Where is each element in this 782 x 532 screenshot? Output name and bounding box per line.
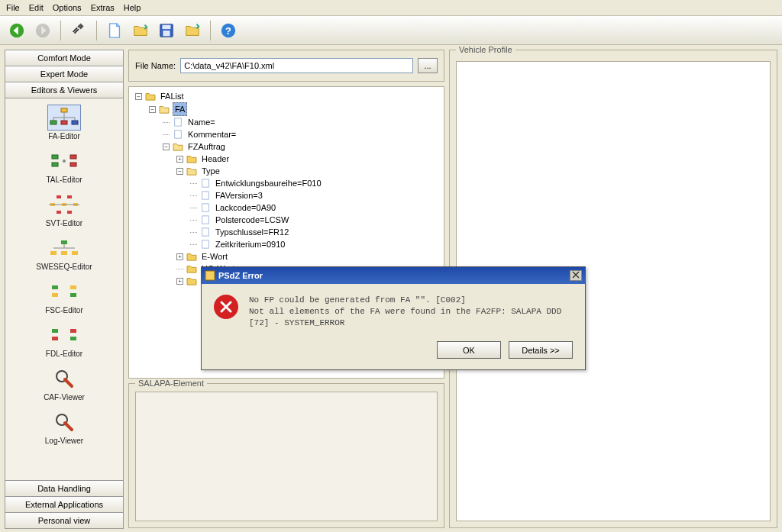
- svg-rect-40: [52, 329, 58, 333]
- floppy-icon: [158, 22, 175, 39]
- help-button[interactable]: ?: [218, 20, 239, 41]
- file-name-group: File Name: ...: [128, 50, 444, 82]
- error-icon: [214, 295, 238, 319]
- menu-help[interactable]: Help: [124, 3, 141, 12]
- sidebar-btn-personal-view[interactable]: Personal view: [5, 512, 124, 529]
- fdl-editor-icon: [49, 326, 79, 344]
- sidebar-btn-expert[interactable]: Expert Mode: [5, 66, 124, 82]
- svg-rect-2: [78, 23, 84, 29]
- toolbar-separator: [60, 21, 61, 40]
- save-as-button[interactable]: [182, 20, 203, 41]
- file-name-input[interactable]: [180, 58, 413, 73]
- tool-fsc-editor[interactable]: FSC-Editor: [8, 279, 120, 314]
- page-icon: [200, 191, 211, 200]
- tool-tal-editor[interactable]: TAL-Editor: [8, 148, 120, 184]
- open-button[interactable]: [130, 20, 151, 41]
- tree-node[interactable]: Polstercode=LCSW: [214, 214, 290, 226]
- minus-icon[interactable]: −: [149, 106, 156, 113]
- svg-rect-39: [70, 293, 76, 297]
- magnifier-icon: [53, 368, 75, 389]
- tool-fdl-editor[interactable]: FDL-Editor: [8, 322, 120, 358]
- menu-edit[interactable]: Edit: [29, 3, 44, 12]
- svg-line-47: [65, 423, 72, 430]
- tool-label: SVT-Editor: [46, 219, 82, 227]
- menu-extras[interactable]: Extras: [91, 3, 115, 12]
- connect-button[interactable]: [68, 20, 89, 41]
- plug-icon: [70, 22, 87, 39]
- menu-file[interactable]: File: [6, 3, 20, 12]
- tree-node[interactable]: FZAuftrag: [186, 140, 227, 153]
- toolbar: ?: [0, 16, 782, 45]
- folder-icon: [186, 264, 197, 273]
- tree-node[interactable]: Kommentar=: [186, 128, 238, 140]
- tree-node[interactable]: Type: [200, 165, 221, 177]
- tree-node[interactable]: Typschlussel=FR12: [214, 226, 290, 238]
- tool-label: FA-Editor: [48, 132, 80, 140]
- tool-label: Log-Viewer: [45, 437, 83, 445]
- tree-node[interactable]: FAVersion=3: [214, 189, 264, 202]
- plus-icon[interactable]: +: [176, 278, 183, 285]
- sidebar-btn-editors[interactable]: Editors & Viewers: [5, 82, 124, 98]
- minus-icon[interactable]: −: [135, 93, 142, 100]
- tree-node[interactable]: E-Wort: [200, 250, 229, 263]
- sidebar-btn-data-handling[interactable]: Data Handling: [5, 480, 124, 497]
- save-button[interactable]: [156, 20, 177, 41]
- tool-label: TAL-Editor: [46, 176, 82, 184]
- svg-rect-42: [70, 329, 76, 333]
- back-button[interactable]: [6, 20, 27, 41]
- tree-node[interactable]: FAList: [159, 90, 186, 102]
- svg-rect-33: [72, 251, 78, 255]
- dialog-title-icon: [205, 270, 215, 281]
- dialog-titlebar[interactable]: PSdZ Error: [202, 267, 585, 284]
- plus-icon[interactable]: +: [176, 156, 183, 163]
- menu-options[interactable]: Options: [53, 3, 82, 12]
- tool-sweseq-editor[interactable]: SWESEQ-Editor: [8, 235, 120, 271]
- svg-rect-8: [61, 108, 67, 112]
- minus-icon[interactable]: −: [176, 168, 183, 175]
- dialog-ok-button[interactable]: OK: [437, 341, 501, 359]
- tree-node[interactable]: Header: [200, 153, 231, 165]
- tal-editor-icon: [49, 152, 79, 170]
- salapa-content: [135, 392, 438, 521]
- svg-rect-55: [202, 240, 209, 248]
- svg-rect-43: [70, 337, 76, 340]
- tool-caf-viewer[interactable]: CAF-Viewer: [8, 366, 120, 401]
- svg-rect-23: [67, 195, 72, 198]
- sidebar-btn-comfort[interactable]: Comfort Mode: [5, 50, 124, 66]
- new-button[interactable]: [104, 20, 125, 41]
- svg-rect-20: [70, 163, 76, 166]
- tool-label: CAF-Viewer: [44, 393, 85, 401]
- plus-icon[interactable]: +: [176, 253, 183, 260]
- tree-node-fa[interactable]: FA: [173, 102, 187, 116]
- dialog-message: No FP could be generated from FA "". [C0…: [249, 295, 561, 329]
- dialog-close-button[interactable]: [570, 270, 582, 281]
- browse-button[interactable]: ...: [418, 58, 438, 73]
- minus-icon[interactable]: −: [163, 143, 170, 150]
- folder-open-icon: [186, 166, 197, 176]
- tool-svt-editor[interactable]: SVT-Editor: [8, 192, 120, 227]
- forward-arrow-icon: [34, 22, 51, 39]
- page-icon: [200, 240, 211, 249]
- document-icon: [106, 22, 123, 39]
- tree-node[interactable]: Zeitkriterium=0910: [214, 238, 286, 250]
- sidebar-btn-external-apps[interactable]: External Applications: [5, 496, 124, 513]
- tree-node[interactable]: Entwicklungsbaureihe=F010: [214, 177, 323, 189]
- page-icon: [200, 203, 211, 212]
- magnifier-icon: [53, 411, 75, 433]
- page-icon: [173, 118, 183, 127]
- tree-node[interactable]: Name=: [186, 116, 217, 128]
- svg-rect-11: [50, 121, 57, 124]
- left-panel: Comfort Mode Expert Mode Editors & Viewe…: [0, 45, 128, 532]
- error-dialog: PSdZ Error No FP could be generated from…: [201, 266, 586, 370]
- tool-fa-editor[interactable]: FA-Editor: [8, 105, 120, 140]
- svt-editor-icon: [49, 194, 79, 215]
- dialog-details-button[interactable]: Details >>: [509, 341, 573, 359]
- vehicle-profile-title: Vehicle Profile: [456, 45, 515, 54]
- toolbar-separator: [210, 21, 211, 40]
- svg-rect-53: [202, 216, 209, 224]
- tool-log-viewer[interactable]: Log-Viewer: [8, 409, 120, 445]
- svg-rect-22: [57, 195, 61, 198]
- tree-node[interactable]: Lackcode=0A90: [214, 202, 277, 214]
- svg-rect-41: [52, 337, 58, 340]
- svg-rect-56: [205, 271, 215, 280]
